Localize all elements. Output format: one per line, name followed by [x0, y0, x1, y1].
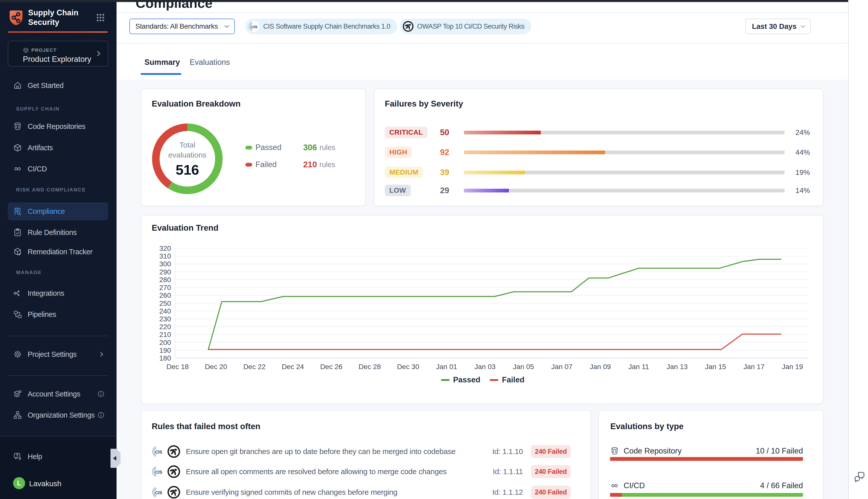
type-row-cicd: CI/CD 4 / 66 Failed: [610, 481, 803, 490]
trend-legend-passed: Passed: [441, 375, 481, 385]
cis-logo-icon: CIS: [152, 465, 165, 478]
chat-bubbles-icon[interactable]: [853, 470, 866, 484]
project-selector[interactable]: PROJECT Product Exploratory: [8, 41, 108, 66]
evaluations-by-type-card: Evalutions by type Code Repository 10 / …: [598, 410, 823, 499]
app-grid-icon[interactable]: [96, 13, 105, 22]
svg-text:Jan 11: Jan 11: [629, 363, 649, 370]
sidebar-item-pipelines[interactable]: Pipelines: [8, 305, 108, 324]
cicd-infinity-icon: [13, 164, 22, 173]
sidebar-item-help[interactable]: Help: [8, 448, 108, 465]
date-range-select[interactable]: Last 30 Days: [745, 19, 811, 34]
severity-badge-critical: CRITICAL: [385, 126, 427, 138]
svg-text:Jan 07: Jan 07: [551, 363, 572, 370]
standards-filter-select[interactable]: Standards: All Benchmarks: [129, 19, 235, 34]
severity-row-high: HIGH 92 44%: [385, 146, 814, 158]
severity-bar-critical: [464, 131, 785, 134]
sidebar-section-supply-chain: SUPPLY CHAIN: [16, 106, 60, 112]
sidebar-item-compliance[interactable]: Compliance: [8, 202, 108, 220]
svg-text:Dec 22: Dec 22: [243, 363, 266, 370]
help-chat-icon: [13, 452, 22, 461]
sidebar-item-code-repositories[interactable]: Code Repositories: [8, 117, 108, 135]
failed-count-badge: 240 Failed: [531, 486, 571, 499]
type-bar-code-repository: [610, 457, 803, 461]
sidebar-item-artifacts[interactable]: Artifacts: [8, 139, 108, 157]
legend-item-failed: Failed 210 rules: [245, 160, 356, 170]
rule-row-2[interactable]: CIS Ensure all open comments are resolve…: [152, 464, 581, 479]
tab-evaluations[interactable]: Evaluations: [190, 58, 230, 67]
remediation-tracker-icon: [13, 247, 22, 256]
sidebar-item-rule-definitions[interactable]: Rule Definitions: [8, 223, 108, 242]
page-title: Compliance: [136, 2, 212, 11]
compliance-doc-search-icon: [13, 207, 22, 216]
info-icon[interactable]: [97, 390, 105, 398]
account-settings-layers-icon: [13, 389, 22, 399]
passed-legend-swatch: [245, 146, 252, 149]
artifacts-cube-icon: [13, 143, 22, 152]
sidebar-item-remediation-tracker[interactable]: Remediation Tracker: [8, 243, 108, 261]
cis-logo-icon: CIS: [152, 445, 165, 458]
svg-text:Jan 15: Jan 15: [705, 363, 726, 370]
evaluation-breakdown-title: Evaluation Breakdown: [152, 99, 240, 109]
project-cube-icon: [23, 47, 29, 53]
svg-text:270: 270: [159, 284, 171, 291]
chevron-right-icon: [98, 351, 105, 357]
evaluations-by-type-title: Evalutions by type: [610, 422, 684, 431]
brand-name: Supply Chain Security: [28, 8, 78, 27]
svg-text:260: 260: [159, 291, 171, 299]
benchmark-chip-cis[interactable]: CIS CIS Software Supply Chain Benchmarks…: [245, 19, 397, 34]
evaluation-breakdown-card: Evaluation Breakdown Total evaluations 5…: [141, 88, 366, 206]
passed-line-swatch: [441, 379, 449, 381]
sidebar-item-integrations[interactable]: Integrations: [8, 284, 108, 302]
severity-badge-low: LOW: [385, 185, 411, 196]
sidebar-item-get-started[interactable]: Get Started: [8, 76, 108, 95]
header-divider: [116, 12, 848, 13]
failures-by-severity-card: Failures by Severity CRITICAL 50 24% HIG…: [374, 88, 823, 206]
rule-definitions-clipboard-icon: [13, 228, 22, 237]
trend-legend: Passed Failed: [141, 375, 824, 385]
owasp-logo-icon: [402, 21, 414, 32]
type-status-cicd: 4 / 66 Failed: [760, 481, 803, 490]
tab-summary[interactable]: Summary: [145, 58, 180, 67]
rule-row-3[interactable]: CIS Ensure verifying signed commits of n…: [152, 485, 581, 499]
rules-failed-most-often-card: Rules that failed most often CIS: [141, 410, 591, 499]
sidebar-section-manage: MANAGE: [16, 270, 42, 276]
severity-percent-critical: 24%: [795, 129, 810, 137]
svg-text:Dec 18: Dec 18: [166, 363, 189, 370]
sidebar-item-account-settings[interactable]: Account Settings: [8, 385, 108, 403]
window-top-strip: [0, 0, 848, 2]
sidebar-item-project-settings[interactable]: Project Settings: [8, 345, 108, 363]
rule-benchmark-icons: CIS: [152, 465, 186, 478]
project-label: PROJECT: [32, 48, 57, 53]
sidebar-item-cicd[interactable]: CI/CD: [8, 160, 108, 178]
rule-row-1[interactable]: CIS Ensure open git branches are up to d…: [152, 444, 581, 459]
total-evaluations-value: 516: [176, 161, 199, 178]
svg-text:Dec 20: Dec 20: [205, 363, 227, 370]
severity-bar-high: [464, 150, 785, 154]
failed-legend-swatch: [245, 163, 252, 167]
trend-legend-failed: Failed: [490, 375, 524, 385]
failed-count-badge: 240 Failed: [531, 465, 571, 478]
benchmark-chip-owasp[interactable]: OWASP Top 10 CI/CD Security Risks: [400, 19, 531, 34]
brand-accent-divider: [8, 32, 108, 33]
type-bar-cicd: [610, 493, 803, 497]
severity-count-high: 92: [440, 147, 449, 157]
failed-count-badge: 240 Failed: [531, 445, 571, 458]
organization-settings-icon: [13, 411, 22, 419]
user-avatar[interactable]: L: [13, 477, 25, 489]
main-header: Compliance Standards: All Benchmarks CIS…: [116, 2, 848, 80]
severity-percent-low: 14%: [795, 186, 810, 195]
severity-row-low: LOW 29 14%: [385, 185, 814, 196]
sidebar-item-organization-settings[interactable]: Organization Settings: [8, 406, 108, 424]
svg-text:Jan 19: Jan 19: [782, 363, 803, 370]
owasp-logo-icon: [167, 445, 180, 458]
chevron-down-icon: [800, 23, 806, 30]
info-icon[interactable]: [97, 411, 105, 419]
active-tab-underline: [141, 73, 181, 75]
svg-text:Jan 13: Jan 13: [667, 363, 688, 370]
home-icon: [13, 81, 22, 90]
sidebar-collapse-handle[interactable]: [111, 449, 121, 468]
failed-line-swatch: [490, 379, 498, 381]
svg-text:230: 230: [159, 315, 171, 323]
pipelines-icon: [13, 310, 22, 319]
donut-center-label: Total evaluations 516: [151, 123, 223, 195]
